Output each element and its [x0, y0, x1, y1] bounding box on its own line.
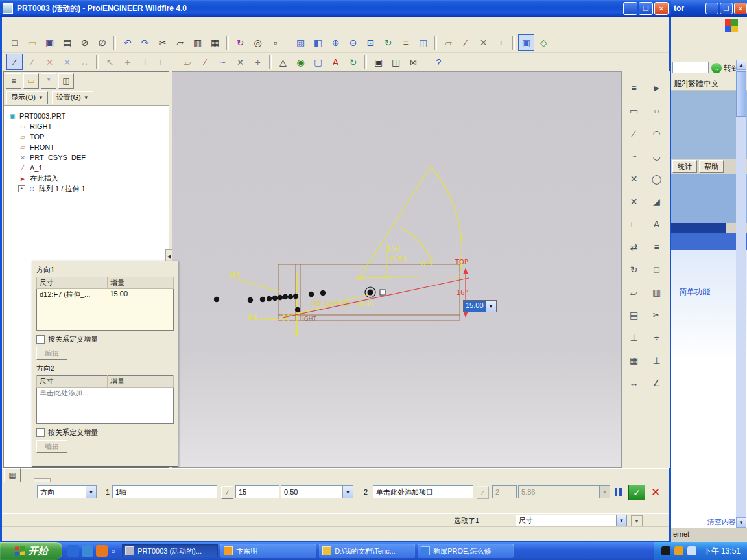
clear-content-link[interactable]: 清空内容 [707, 517, 736, 527]
copy-icon[interactable]: ▱ [172, 34, 188, 51]
point-sketch-icon[interactable]: ✕ [626, 170, 642, 187]
move-icon[interactable]: + [119, 54, 136, 70]
modify-icon[interactable]: ∠ [648, 375, 665, 391]
trim-tool-icon[interactable]: ✂ [648, 307, 665, 323]
shaded-view-icon[interactable]: ◧ [310, 34, 326, 51]
dim-small[interactable]: 0.5 [421, 260, 433, 268]
quick-launch-overflow-icon[interactable]: » [112, 547, 115, 555]
menu-item[interactable] [54, 23, 64, 27]
graphics-canvas[interactable]: 150 0.50 0.5 Ø4 R4 2 PRT_CSYS_DE 16.45 I… [172, 71, 622, 468]
paste-icon[interactable]: ▥ [189, 34, 206, 51]
ie-quicklaunch-icon[interactable]: e [67, 545, 79, 557]
redo-icon[interactable]: ↷ [137, 34, 153, 51]
menu-item[interactable] [64, 23, 75, 27]
delete-point-icon[interactable]: ✕ [59, 54, 75, 70]
go-button[interactable]: → 转到 [711, 62, 739, 75]
minimize-button[interactable]: _ [623, 2, 637, 15]
paste-special-icon[interactable]: ▦ [207, 34, 223, 51]
fillet-tool-icon[interactable]: ◡ [648, 148, 665, 164]
view-manager-icon[interactable]: ◫ [415, 34, 431, 51]
point-tool-icon[interactable]: ✕ [42, 54, 58, 70]
direction1-reference-field[interactable]: 1轴 [112, 485, 217, 498]
web-browser-icon[interactable]: ◉ [292, 54, 309, 70]
tree-item-top[interactable]: ▱ TOP [4, 132, 169, 142]
delete-icon[interactable]: ⊘ [77, 34, 93, 51]
tree-expander[interactable]: + [18, 185, 25, 192]
refit-icon[interactable]: ⊡ [362, 34, 379, 51]
line-sketch-icon[interactable]: ∕ [626, 125, 642, 141]
use-edge-icon[interactable]: □ [648, 261, 665, 277]
inc-cell[interactable] [108, 388, 174, 424]
divide-tool-icon[interactable]: ÷ [648, 329, 665, 345]
datum-plane-icon[interactable]: ▱ [180, 54, 196, 70]
annotation-icon[interactable]: A [327, 54, 344, 70]
chamfer-tool-icon[interactable]: ◢ [648, 193, 665, 209]
media-quicklaunch-icon[interactable]: ◉ [96, 545, 108, 557]
annotation-toggle[interactable]: ▣ [518, 34, 534, 51]
new-window-icon[interactable]: ▣ [370, 54, 386, 70]
pattern-instance-dot[interactable] [320, 290, 326, 296]
inc-cell[interactable]: 15.00 [108, 289, 174, 331]
print-icon[interactable]: ▤ [59, 34, 75, 51]
titlebar[interactable]: PRT0003 (活动的) - Pro/ENGINEER Wildfire 4.… [0, 0, 671, 17]
dim-diameter[interactable]: Ø4 [230, 270, 240, 279]
regenerate-icon[interactable]: ↻ [232, 34, 248, 51]
menu-item[interactable] [23, 23, 33, 27]
select-icon[interactable]: ► [648, 80, 665, 96]
count1-field[interactable]: 15 [235, 485, 279, 498]
chevron-down-icon[interactable]: ▼ [486, 301, 496, 312]
datum-point-icon[interactable]: ✕ [232, 54, 248, 70]
tree-item-part[interactable]: ▣ PRT0003.PRT [4, 111, 169, 121]
pattern-instance-dot[interactable] [283, 294, 288, 299]
task-button-browser[interactable]: 狗屎PROE,怎么修 [418, 544, 514, 558]
menu-item[interactable] [43, 23, 54, 27]
datum-axis-icon[interactable]: ⁄ [197, 54, 213, 70]
delete-segment-icon[interactable]: ✕ [626, 193, 642, 209]
settings-dropdown-button[interactable]: 设置(G)▼ [52, 91, 93, 104]
direction2-reference-field[interactable]: 单击此处添加项目 [373, 485, 473, 498]
pattern-instance-dot[interactable] [272, 296, 278, 301]
restore-button[interactable]: ❐ [639, 2, 653, 15]
pattern-instance-dot[interactable] [278, 295, 283, 300]
drag-handle[interactable] [380, 290, 385, 295]
cancel-button[interactable]: ✕ [648, 485, 663, 499]
pattern-instance-dot[interactable] [288, 294, 293, 299]
help-tab[interactable]: 帮助 [699, 160, 724, 173]
snap-icon[interactable]: ∟ [154, 54, 171, 70]
filter-status-icon[interactable]: ▼ [631, 515, 643, 527]
favorites-icon[interactable]: * [41, 73, 56, 89]
tree-item-axis[interactable]: ⁄ A_1 [4, 163, 169, 173]
zoom-out-icon[interactable]: ⊖ [345, 34, 361, 51]
save-icon[interactable]: ▣ [42, 34, 58, 51]
tree-item-pattern[interactable]: + ∷ 阵列 1 / 拉伸 1 [4, 183, 169, 194]
thicken-icon[interactable]: ▥ [648, 284, 665, 300]
volume-tray-icon[interactable] [687, 546, 696, 555]
edit-button-1[interactable]: 编辑 [36, 347, 67, 360]
pattern-instance-dot[interactable] [248, 298, 253, 303]
edit-button-2[interactable]: 编辑 [36, 440, 67, 453]
increment-edit-box[interactable]: 15.00 ▼ [463, 300, 497, 312]
pause-button[interactable] [610, 485, 626, 499]
line-tool-icon[interactable]: ∕ [24, 54, 40, 70]
top-plane-label[interactable]: TOP [455, 259, 468, 266]
checkbox-icon[interactable] [36, 428, 45, 437]
datum-points-toggle[interactable]: ✕ [475, 34, 492, 51]
erase-icon[interactable]: ∅ [94, 34, 110, 51]
constraints-icon[interactable]: ⊥ [626, 329, 642, 345]
datum-axes-toggle[interactable]: ⁄ [458, 34, 474, 51]
background-scrollbar[interactable]: ▲ ▼ [736, 60, 746, 528]
scale-rotate-icon[interactable]: ↻ [626, 261, 642, 277]
dim-150[interactable]: 150 [386, 244, 400, 253]
scroll-up-icon[interactable]: ▲ [736, 60, 746, 70]
bg-restore-button[interactable]: ❐ [720, 3, 733, 14]
start-button[interactable]: 开始 [0, 542, 62, 560]
datum-curve-icon[interactable]: ~ [215, 54, 231, 70]
repaint-icon[interactable]: ▨ [292, 34, 309, 51]
layers-icon[interactable]: ≡ [397, 34, 414, 51]
direction1-table[interactable]: 尺寸 增量 d12:F7 (拉伸_... 15.00 [36, 277, 174, 331]
pattern-instance-dot[interactable] [260, 297, 265, 302]
tree-item-front[interactable]: ▱ FRONT [4, 142, 169, 152]
menu-item[interactable] [33, 23, 43, 27]
task-button-folder[interactable]: D:\我的文档\Tenc... [319, 544, 415, 558]
im-tray-icon[interactable] [674, 546, 683, 555]
